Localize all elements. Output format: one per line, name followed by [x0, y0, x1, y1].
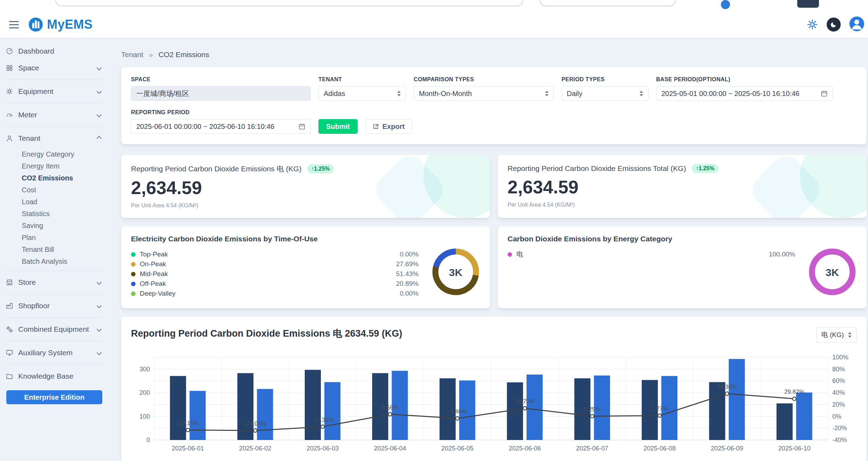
svg-text:2025-06-08: 2025-06-08 — [643, 445, 676, 452]
sidebar-item-equipment[interactable]: Equipment — [6, 83, 104, 100]
browser-profile-avatar[interactable] — [721, 0, 730, 9]
svg-text:0%: 0% — [832, 413, 841, 420]
chevron-down-icon — [97, 112, 102, 117]
legend-item-mid-peak[interactable]: Mid-Peak51.43% — [131, 269, 419, 279]
settings-gear-icon[interactable] — [806, 19, 818, 30]
svg-text:2025-06-05: 2025-06-05 — [441, 445, 474, 452]
sidebar-subitem-cost[interactable]: Cost — [6, 184, 104, 196]
sidebar-item-label: Knowledge Base — [18, 372, 74, 380]
space-label: SPACE — [131, 76, 311, 83]
export-button[interactable]: Export — [365, 119, 412, 134]
svg-text:2025-06-09: 2025-06-09 — [711, 445, 743, 452]
chevron-down-icon — [97, 327, 102, 332]
browser-address-bar[interactable] — [55, 0, 523, 6]
trend-up-badge: ↑1.25% — [307, 164, 333, 173]
base-period-input[interactable]: 2025-05-01 00:00:00 ~ 2025-05-10 16:10:4… — [656, 86, 833, 101]
sidebar-subitem-energy-category[interactable]: Energy Category — [6, 148, 104, 160]
auxiliary-system-icon — [6, 349, 13, 357]
store-icon — [6, 278, 13, 286]
svg-text:300: 300 — [139, 366, 150, 373]
sidebar-subitem-co2-emissions[interactable]: CO2 Emissions — [6, 172, 104, 184]
period-types-select[interactable]: Daily — [562, 86, 648, 101]
sidebar-item-store[interactable]: Store — [6, 274, 104, 291]
sidebar-item-label: Combined Equipment — [18, 325, 89, 333]
sidebar-divider — [6, 126, 103, 127]
select-arrows-icon — [635, 91, 643, 96]
header-actions — [806, 16, 859, 33]
main-content: Tenant » CO2 Emissions SPACE 一度城/商场/租区 T… — [109, 38, 868, 461]
summary-title: Reporting Period Carbon Dioxide Emission… — [131, 165, 302, 173]
tou-legend: Top-Peak0.00%On-Peak27.69%Mid-Peak51.43%… — [131, 249, 419, 298]
legend-item-deep-valley[interactable]: Deep-Valley0.00% — [131, 289, 419, 298]
sidebar-subitem-plan[interactable]: Plan — [6, 232, 104, 243]
period-types-label: PERIOD TYPES — [562, 76, 648, 83]
co2-bar-chart[interactable]: 100%80%60%40%20%0%-20%-40%01002003002025… — [131, 352, 857, 458]
reporting-period-input[interactable]: 2025-06-01 00:00:00 ~ 2025-06-10 16:10:4… — [131, 119, 311, 134]
energy-category-chart-title: Carbon Dioxide Emissions by Energy Categ… — [508, 235, 857, 243]
legend-item-top-peak[interactable]: Top-Peak0.00% — [131, 249, 419, 259]
legend-item-off-peak[interactable]: Off-Peak20.89% — [131, 279, 419, 289]
sidebar-item-label: Shopfloor — [18, 302, 50, 310]
unit-select[interactable]: 电 (KG) — [816, 327, 857, 343]
sidebar-item-label: Auxiliary System — [18, 349, 73, 357]
energy-category-donut-chart[interactable]: 3K — [808, 247, 857, 298]
svg-text:40%: 40% — [832, 389, 845, 396]
browser-chrome-strip — [0, 0, 868, 11]
svg-text:-40%: -40% — [832, 436, 847, 443]
sidebar-submenu-tenant: Energy CategoryEnergy ItemCO2 EmissionsC… — [6, 148, 104, 267]
svg-text:2025-06-04: 2025-06-04 — [374, 445, 406, 452]
sidebar-subitem-statistics[interactable]: Statistics — [6, 208, 104, 220]
svg-text:-20%: -20% — [832, 425, 847, 432]
sidebar-item-shopfloor[interactable]: Shopfloor — [6, 297, 104, 314]
theme-toggle-button[interactable] — [827, 18, 841, 32]
breadcrumb-tenant[interactable]: Tenant — [121, 50, 143, 59]
sidebar-subitem-tenant-bill[interactable]: Tenant Bill — [6, 243, 104, 255]
chevron-up-icon — [97, 136, 102, 141]
submit-button[interactable]: Submit — [318, 119, 358, 134]
comparison-field: COMPARISON TYPES Month-On-Month — [414, 76, 554, 101]
legend-dot-icon — [131, 262, 136, 267]
comparison-types-select[interactable]: Month-On-Month — [414, 86, 554, 101]
sidebar-item-space[interactable]: Space — [6, 60, 104, 76]
sidebar-subitem-saving[interactable]: Saving — [6, 220, 104, 232]
user-avatar[interactable] — [849, 16, 864, 33]
chevron-down-icon — [97, 350, 102, 355]
sidebar-item-knowledge-base[interactable]: Knowledge Base — [6, 368, 104, 385]
space-input[interactable]: 一度城/商场/租区 — [131, 86, 311, 101]
sidebar-item-tenant[interactable]: Tenant — [6, 130, 104, 147]
tou-donut-chart[interactable]: 3K — [431, 247, 480, 298]
tenant-select[interactable]: Adidas — [318, 86, 406, 101]
sidebar-subitem-load[interactable]: Load — [6, 196, 104, 208]
legend-item-电[interactable]: 电100.00% — [508, 249, 795, 259]
legend-item-on-peak[interactable]: On-Peak27.69% — [131, 259, 419, 269]
legend-percent: 51.43% — [396, 270, 419, 278]
legend-percent: 27.69% — [396, 260, 419, 268]
calendar-icon — [821, 90, 828, 97]
sidebar-item-dashboard[interactable]: Dashboard — [6, 43, 104, 60]
browser-extension-button[interactable] — [797, 0, 819, 8]
filter-panel: SPACE 一度城/商场/租区 TENANT Adidas COMPARISON… — [121, 67, 867, 144]
sidebar-subitem-batch-analysis[interactable]: Batch Analysis — [6, 255, 104, 267]
enterprise-edition-button[interactable]: Enterprise Edition — [6, 390, 102, 404]
svg-text:0.25%: 0.25% — [584, 406, 600, 413]
trend-up-badge: ↑1.25% — [692, 164, 718, 173]
svg-text:13.70%: 13.70% — [515, 398, 535, 405]
space-field: SPACE 一度城/商场/租区 — [131, 76, 311, 101]
svg-text:3K: 3K — [449, 267, 463, 278]
sidebar-subitem-energy-item[interactable]: Energy Item — [6, 160, 104, 172]
base-period-field: BASE PERIOD(OPTIONAL) 2025-05-01 00:00:0… — [656, 76, 833, 101]
legend-dot-icon — [131, 282, 136, 286]
svg-text:100%: 100% — [832, 354, 848, 361]
sidebar-item-combined-equipment[interactable]: Combined Equipment — [6, 321, 104, 338]
sidebar-item-auxiliary-system[interactable]: Auxiliary System — [6, 344, 104, 361]
legend-label: 电 — [516, 250, 523, 259]
base-period-label: BASE PERIOD(OPTIONAL) — [656, 76, 833, 83]
browser-secondary-bar[interactable] — [540, 0, 676, 6]
bar-chart-title: Reporting Period Carbon Dioxide Emission… — [131, 327, 402, 340]
svg-text:-17.39%: -17.39% — [311, 417, 333, 423]
svg-text:3K: 3K — [826, 267, 839, 278]
hamburger-menu-icon[interactable] — [9, 21, 19, 28]
sidebar-item-meter[interactable]: Meter — [6, 106, 104, 123]
brand-logo[interactable]: MyEMS — [28, 17, 93, 32]
chevron-down-icon — [97, 280, 102, 285]
